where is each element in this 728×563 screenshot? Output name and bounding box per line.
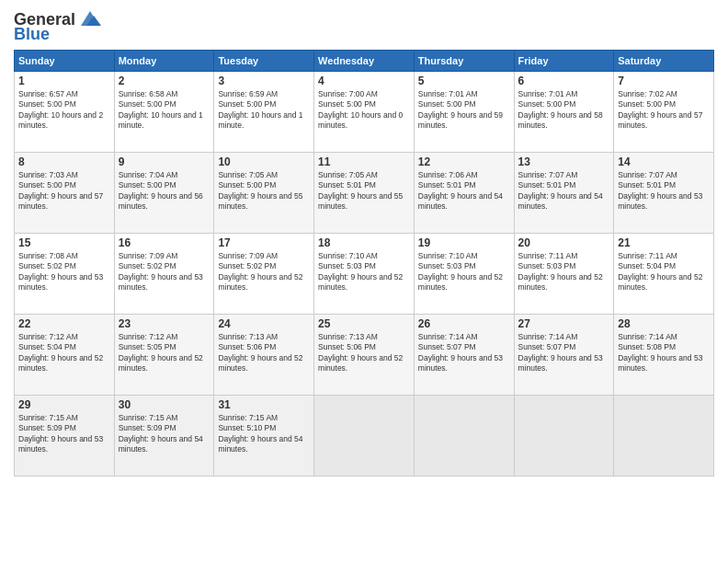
daylight-text: Daylight: 9 hours and 53 minutes. bbox=[618, 353, 702, 373]
calendar-cell: 26 Sunrise: 7:14 AM Sunset: 5:07 PM Dayl… bbox=[414, 315, 514, 396]
daylight-text: Daylight: 9 hours and 54 minutes. bbox=[418, 191, 503, 211]
daylight-text: Daylight: 9 hours and 54 minutes. bbox=[119, 434, 203, 454]
cell-details: Sunrise: 7:15 AM Sunset: 5:09 PM Dayligh… bbox=[18, 413, 110, 455]
calendar-cell: 19 Sunrise: 7:10 AM Sunset: 5:03 PM Dayl… bbox=[414, 234, 514, 315]
cell-details: Sunrise: 7:06 AM Sunset: 5:01 PM Dayligh… bbox=[418, 170, 510, 213]
calendar-header-row: Sunday Monday Tuesday Wednesday Thursday… bbox=[15, 51, 714, 72]
calendar-cell bbox=[514, 396, 614, 477]
calendar-cell: 4 Sunrise: 7:00 AM Sunset: 5:00 PM Dayli… bbox=[314, 72, 415, 153]
sunrise-text: Sunrise: 7:14 AM bbox=[618, 332, 677, 341]
sunrise-text: Sunrise: 7:12 AM bbox=[18, 332, 78, 341]
calendar-cell: 29 Sunrise: 7:15 AM Sunset: 5:09 PM Dayl… bbox=[15, 396, 115, 477]
daylight-text: Daylight: 9 hours and 55 minutes. bbox=[218, 191, 302, 211]
calendar-table: Sunday Monday Tuesday Wednesday Thursday… bbox=[14, 50, 714, 477]
sunset-text: Sunset: 5:00 PM bbox=[218, 99, 276, 109]
day-number: 23 bbox=[119, 317, 210, 330]
sunset-text: Sunset: 5:06 PM bbox=[218, 342, 276, 351]
col-saturday: Saturday bbox=[614, 51, 714, 72]
daylight-text: Daylight: 10 hours and 2 minutes. bbox=[18, 110, 103, 130]
sunrise-text: Sunrise: 7:10 AM bbox=[418, 251, 478, 260]
sunset-text: Sunset: 5:06 PM bbox=[318, 342, 376, 351]
col-tuesday: Tuesday bbox=[214, 51, 314, 72]
sunset-text: Sunset: 5:01 PM bbox=[518, 180, 576, 190]
cell-details: Sunrise: 7:09 AM Sunset: 5:02 PM Dayligh… bbox=[218, 251, 310, 293]
day-number: 9 bbox=[119, 155, 210, 168]
day-number: 24 bbox=[218, 317, 310, 330]
sunrise-text: Sunrise: 7:10 AM bbox=[318, 251, 378, 260]
calendar-cell: 8 Sunrise: 7:03 AM Sunset: 5:00 PM Dayli… bbox=[15, 153, 115, 234]
calendar-cell: 6 Sunrise: 7:01 AM Sunset: 5:00 PM Dayli… bbox=[514, 72, 614, 153]
daylight-text: Daylight: 9 hours and 52 minutes. bbox=[18, 353, 103, 373]
calendar-cell bbox=[414, 396, 514, 477]
calendar-cell bbox=[614, 396, 714, 477]
day-number: 22 bbox=[18, 317, 110, 330]
sunset-text: Sunset: 5:08 PM bbox=[618, 342, 676, 351]
sunset-text: Sunset: 5:00 PM bbox=[518, 99, 576, 109]
daylight-text: Daylight: 9 hours and 52 minutes. bbox=[218, 353, 302, 373]
sunset-text: Sunset: 5:07 PM bbox=[518, 342, 576, 351]
calendar-cell: 2 Sunrise: 6:58 AM Sunset: 5:00 PM Dayli… bbox=[114, 72, 214, 153]
calendar-cell: 1 Sunrise: 6:57 AM Sunset: 5:00 PM Dayli… bbox=[15, 72, 115, 153]
calendar-cell: 16 Sunrise: 7:09 AM Sunset: 5:02 PM Dayl… bbox=[114, 234, 214, 315]
sunrise-text: Sunrise: 7:15 AM bbox=[218, 413, 278, 422]
cell-details: Sunrise: 7:15 AM Sunset: 5:09 PM Dayligh… bbox=[119, 413, 210, 455]
day-number: 29 bbox=[18, 398, 110, 411]
calendar-cell: 31 Sunrise: 7:15 AM Sunset: 5:10 PM Dayl… bbox=[214, 396, 314, 477]
cell-details: Sunrise: 7:11 AM Sunset: 5:04 PM Dayligh… bbox=[618, 251, 710, 293]
sunset-text: Sunset: 5:00 PM bbox=[119, 180, 176, 190]
day-number: 16 bbox=[119, 236, 210, 249]
cell-details: Sunrise: 7:04 AM Sunset: 5:00 PM Dayligh… bbox=[119, 170, 210, 213]
daylight-text: Daylight: 9 hours and 52 minutes. bbox=[618, 272, 702, 292]
logo-blue: Blue bbox=[14, 26, 50, 42]
sunrise-text: Sunrise: 7:14 AM bbox=[418, 332, 478, 341]
sunrise-text: Sunrise: 7:15 AM bbox=[119, 413, 178, 422]
sunrise-text: Sunrise: 7:11 AM bbox=[618, 251, 677, 260]
sunrise-text: Sunrise: 7:01 AM bbox=[518, 89, 578, 98]
daylight-text: Daylight: 9 hours and 53 minutes. bbox=[518, 353, 603, 373]
daylight-text: Daylight: 9 hours and 52 minutes. bbox=[418, 272, 503, 292]
sunrise-text: Sunrise: 7:04 AM bbox=[119, 170, 178, 179]
daylight-text: Daylight: 10 hours and 1 minute. bbox=[119, 110, 203, 130]
sunset-text: Sunset: 5:00 PM bbox=[18, 99, 76, 109]
daylight-text: Daylight: 9 hours and 53 minutes. bbox=[18, 272, 103, 292]
col-wednesday: Wednesday bbox=[314, 51, 415, 72]
cell-details: Sunrise: 7:15 AM Sunset: 5:10 PM Dayligh… bbox=[218, 413, 310, 455]
day-number: 19 bbox=[418, 236, 510, 249]
sunset-text: Sunset: 5:01 PM bbox=[318, 180, 376, 190]
day-number: 25 bbox=[318, 317, 410, 330]
sunrise-text: Sunrise: 7:07 AM bbox=[518, 170, 578, 179]
cell-details: Sunrise: 7:01 AM Sunset: 5:00 PM Dayligh… bbox=[418, 89, 510, 132]
daylight-text: Daylight: 9 hours and 54 minutes. bbox=[218, 434, 302, 454]
week-row-3: 15 Sunrise: 7:08 AM Sunset: 5:02 PM Dayl… bbox=[15, 234, 714, 315]
cell-details: Sunrise: 7:07 AM Sunset: 5:01 PM Dayligh… bbox=[618, 170, 710, 213]
day-number: 8 bbox=[18, 155, 110, 168]
sunset-text: Sunset: 5:04 PM bbox=[618, 261, 676, 270]
cell-details: Sunrise: 7:09 AM Sunset: 5:02 PM Dayligh… bbox=[119, 251, 210, 293]
calendar-cell: 12 Sunrise: 7:06 AM Sunset: 5:01 PM Dayl… bbox=[414, 153, 514, 234]
logo: General Blue bbox=[14, 9, 103, 42]
day-number: 17 bbox=[218, 236, 310, 249]
cell-details: Sunrise: 7:10 AM Sunset: 5:03 PM Dayligh… bbox=[318, 251, 410, 293]
day-number: 15 bbox=[18, 236, 110, 249]
day-number: 6 bbox=[518, 75, 610, 87]
calendar-cell bbox=[314, 396, 415, 477]
day-number: 1 bbox=[18, 75, 110, 87]
daylight-text: Daylight: 9 hours and 53 minutes. bbox=[618, 191, 702, 211]
day-number: 30 bbox=[119, 398, 210, 411]
daylight-text: Daylight: 9 hours and 59 minutes. bbox=[418, 110, 503, 130]
sunset-text: Sunset: 5:09 PM bbox=[119, 423, 176, 432]
cell-details: Sunrise: 7:02 AM Sunset: 5:00 PM Dayligh… bbox=[618, 89, 710, 132]
sunrise-text: Sunrise: 7:15 AM bbox=[18, 413, 78, 422]
cell-details: Sunrise: 7:12 AM Sunset: 5:05 PM Dayligh… bbox=[119, 332, 210, 374]
calendar-cell: 7 Sunrise: 7:02 AM Sunset: 5:00 PM Dayli… bbox=[614, 72, 714, 153]
sunset-text: Sunset: 5:00 PM bbox=[119, 99, 176, 109]
daylight-text: Daylight: 9 hours and 57 minutes. bbox=[618, 110, 702, 130]
daylight-text: Daylight: 9 hours and 58 minutes. bbox=[518, 110, 603, 130]
cell-details: Sunrise: 7:14 AM Sunset: 5:07 PM Dayligh… bbox=[418, 332, 510, 374]
calendar-cell: 11 Sunrise: 7:05 AM Sunset: 5:01 PM Dayl… bbox=[314, 153, 415, 234]
sunrise-text: Sunrise: 7:09 AM bbox=[218, 251, 278, 260]
day-number: 27 bbox=[518, 317, 610, 330]
day-number: 7 bbox=[618, 75, 710, 87]
sunrise-text: Sunrise: 7:06 AM bbox=[418, 170, 478, 179]
cell-details: Sunrise: 6:59 AM Sunset: 5:00 PM Dayligh… bbox=[218, 89, 310, 132]
